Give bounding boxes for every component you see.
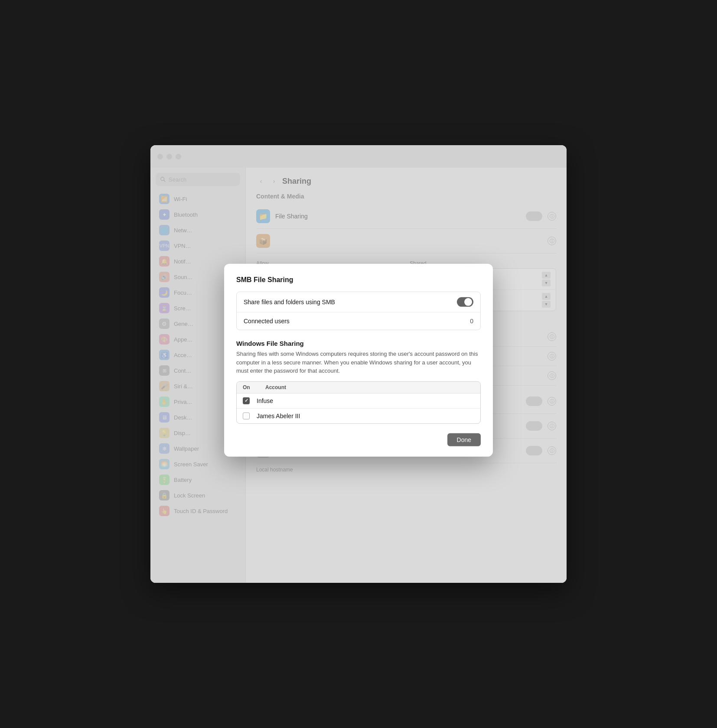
james-account: James Abeler III (257, 412, 300, 419)
windows-section-title: Windows File Sharing (236, 340, 481, 347)
modal-dialog: SMB File Sharing Share files and folders… (224, 264, 493, 457)
macos-window: Search 📶 Wi-Fi ✦ Bluetooth 🌐 Netw… (150, 145, 567, 583)
windows-section: Windows File Sharing Sharing files with … (236, 340, 481, 424)
smb-toggle-label: Share files and folders using SMB (244, 299, 457, 306)
table-row-james: James Abeler III (237, 408, 480, 423)
connected-users-label: Connected users (244, 318, 470, 325)
smb-toggle[interactable] (457, 297, 473, 307)
james-checkbox[interactable] (243, 412, 250, 419)
smb-section: Share files and folders using SMB Connec… (236, 292, 481, 330)
connected-users-value: 0 (470, 318, 473, 325)
done-button[interactable]: Done (447, 433, 481, 446)
modal-title: SMB File Sharing (236, 276, 481, 284)
infuse-checkbox[interactable] (243, 397, 250, 404)
windows-section-description: Sharing files with some Windows computer… (236, 350, 481, 375)
infuse-account: Infuse (257, 397, 273, 404)
col-account: Account (265, 384, 286, 390)
smb-toggle-row: Share files and folders using SMB (237, 292, 480, 312)
table-header: On Account (237, 381, 480, 393)
windows-table: On Account Infuse James Abeler III (236, 381, 481, 423)
col-on: On (243, 384, 258, 390)
table-row-infuse: Infuse (237, 393, 480, 408)
connected-users-row: Connected users 0 (237, 312, 480, 330)
modal-footer: Done (236, 433, 481, 446)
